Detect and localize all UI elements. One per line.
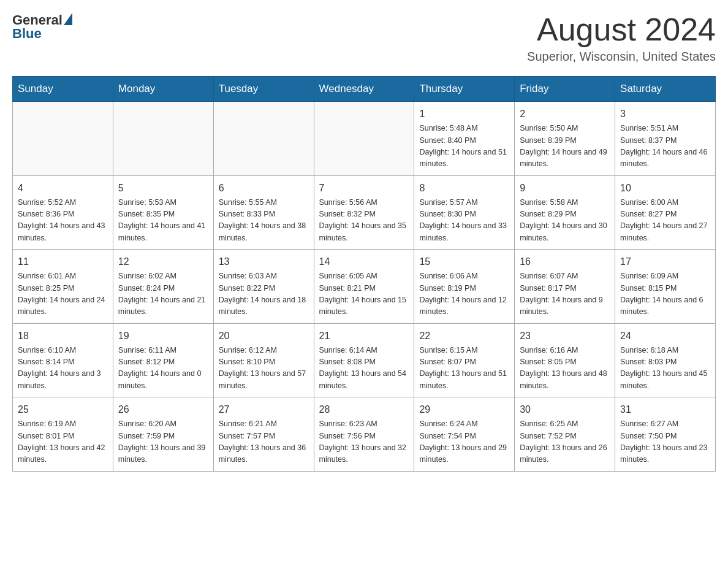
day-info: Sunrise: 6:15 AMSunset: 8:07 PMDaylight:… <box>419 345 509 393</box>
day-number: 3 <box>620 107 710 121</box>
day-info: Sunrise: 6:16 AMSunset: 8:05 PMDaylight:… <box>520 345 610 393</box>
day-info: Sunrise: 6:24 AMSunset: 7:54 PMDaylight:… <box>419 418 509 466</box>
day-header-wednesday: Wednesday <box>314 77 414 102</box>
day-info: Sunrise: 5:55 AMSunset: 8:33 PMDaylight:… <box>219 197 309 245</box>
logo-triangle-icon <box>64 13 72 25</box>
day-number: 9 <box>520 181 610 196</box>
day-info: Sunrise: 6:00 AMSunset: 8:27 PMDaylight:… <box>620 197 710 245</box>
calendar-cell: 17Sunrise: 6:09 AMSunset: 8:15 PMDayligh… <box>615 250 716 324</box>
calendar-cell: 28Sunrise: 6:23 AMSunset: 7:56 PMDayligh… <box>314 397 414 472</box>
calendar-header-row: SundayMondayTuesdayWednesdayThursdayFrid… <box>13 77 716 102</box>
calendar-cell: 8Sunrise: 5:57 AMSunset: 8:30 PMDaylight… <box>414 175 515 250</box>
day-number: 29 <box>419 402 509 417</box>
calendar-cell: 16Sunrise: 6:07 AMSunset: 8:17 PMDayligh… <box>515 250 615 324</box>
calendar-cell <box>213 102 314 176</box>
page-header: General Blue August 2024 Superior, Wisco… <box>12 12 716 64</box>
day-number: 4 <box>18 181 108 196</box>
day-number: 28 <box>319 402 409 417</box>
day-number: 17 <box>620 255 710 269</box>
day-number: 10 <box>620 181 710 196</box>
calendar-cell: 18Sunrise: 6:10 AMSunset: 8:14 PMDayligh… <box>13 323 113 397</box>
day-info: Sunrise: 6:01 AMSunset: 8:25 PMDaylight:… <box>18 270 108 318</box>
day-number: 26 <box>118 402 208 417</box>
day-info: Sunrise: 6:18 AMSunset: 8:03 PMDaylight:… <box>620 345 710 393</box>
day-info: Sunrise: 5:48 AMSunset: 8:40 PMDaylight:… <box>419 123 509 170</box>
day-header-saturday: Saturday <box>615 77 716 102</box>
day-number: 12 <box>118 255 208 269</box>
day-number: 27 <box>219 402 309 417</box>
calendar-cell: 31Sunrise: 6:27 AMSunset: 7:50 PMDayligh… <box>615 397 716 472</box>
day-info: Sunrise: 5:50 AMSunset: 8:39 PMDaylight:… <box>520 123 610 170</box>
day-number: 8 <box>419 181 509 196</box>
day-number: 31 <box>620 402 710 417</box>
month-title: August 2024 <box>527 12 716 47</box>
day-info: Sunrise: 6:25 AMSunset: 7:52 PMDaylight:… <box>520 418 610 466</box>
day-number: 7 <box>319 181 409 196</box>
calendar-cell <box>13 102 113 176</box>
day-number: 25 <box>18 402 108 417</box>
calendar-cell: 13Sunrise: 6:03 AMSunset: 8:22 PMDayligh… <box>213 250 314 324</box>
day-number: 30 <box>520 402 610 417</box>
day-info: Sunrise: 6:21 AMSunset: 7:57 PMDaylight:… <box>219 418 309 466</box>
calendar-cell: 6Sunrise: 5:55 AMSunset: 8:33 PMDaylight… <box>213 175 314 250</box>
day-info: Sunrise: 5:56 AMSunset: 8:32 PMDaylight:… <box>319 197 409 245</box>
day-info: Sunrise: 6:27 AMSunset: 7:50 PMDaylight:… <box>620 418 710 466</box>
calendar-cell: 20Sunrise: 6:12 AMSunset: 8:10 PMDayligh… <box>213 323 314 397</box>
calendar-cell: 14Sunrise: 6:05 AMSunset: 8:21 PMDayligh… <box>314 250 414 324</box>
location: Superior, Wisconsin, United States <box>527 50 716 64</box>
calendar-cell: 30Sunrise: 6:25 AMSunset: 7:52 PMDayligh… <box>515 397 615 472</box>
logo-blue-text: Blue <box>12 26 42 42</box>
week-row-1: 1Sunrise: 5:48 AMSunset: 8:40 PMDaylight… <box>13 102 716 176</box>
calendar-cell: 5Sunrise: 5:53 AMSunset: 8:35 PMDaylight… <box>113 175 213 250</box>
day-info: Sunrise: 6:10 AMSunset: 8:14 PMDaylight:… <box>18 345 108 393</box>
day-header-monday: Monday <box>113 77 213 102</box>
calendar-cell: 15Sunrise: 6:06 AMSunset: 8:19 PMDayligh… <box>414 250 515 324</box>
day-info: Sunrise: 5:57 AMSunset: 8:30 PMDaylight:… <box>419 197 509 245</box>
day-number: 13 <box>219 255 309 269</box>
day-number: 1 <box>419 107 509 121</box>
day-info: Sunrise: 6:09 AMSunset: 8:15 PMDaylight:… <box>620 270 710 318</box>
day-info: Sunrise: 6:06 AMSunset: 8:19 PMDaylight:… <box>419 270 509 318</box>
calendar-cell: 12Sunrise: 6:02 AMSunset: 8:24 PMDayligh… <box>113 250 213 324</box>
calendar-cell <box>314 102 414 176</box>
day-info: Sunrise: 5:51 AMSunset: 8:37 PMDaylight:… <box>620 123 710 170</box>
day-info: Sunrise: 6:07 AMSunset: 8:17 PMDaylight:… <box>520 270 610 318</box>
calendar-cell: 27Sunrise: 6:21 AMSunset: 7:57 PMDayligh… <box>213 397 314 472</box>
day-header-thursday: Thursday <box>414 77 515 102</box>
week-row-3: 11Sunrise: 6:01 AMSunset: 8:25 PMDayligh… <box>13 250 716 324</box>
day-number: 23 <box>520 329 610 343</box>
calendar-cell: 22Sunrise: 6:15 AMSunset: 8:07 PMDayligh… <box>414 323 515 397</box>
calendar-cell: 10Sunrise: 6:00 AMSunset: 8:27 PMDayligh… <box>615 175 716 250</box>
calendar-cell <box>113 102 213 176</box>
calendar-table: SundayMondayTuesdayWednesdayThursdayFrid… <box>12 76 716 472</box>
day-info: Sunrise: 6:02 AMSunset: 8:24 PMDaylight:… <box>118 270 208 318</box>
day-info: Sunrise: 5:53 AMSunset: 8:35 PMDaylight:… <box>118 197 208 245</box>
day-number: 2 <box>520 107 610 121</box>
day-number: 24 <box>620 329 710 343</box>
calendar-cell: 19Sunrise: 6:11 AMSunset: 8:12 PMDayligh… <box>113 323 213 397</box>
day-info: Sunrise: 6:19 AMSunset: 8:01 PMDaylight:… <box>18 418 108 466</box>
week-row-5: 25Sunrise: 6:19 AMSunset: 8:01 PMDayligh… <box>13 397 716 472</box>
calendar-cell: 4Sunrise: 5:52 AMSunset: 8:36 PMDaylight… <box>13 175 113 250</box>
calendar-cell: 3Sunrise: 5:51 AMSunset: 8:37 PMDaylight… <box>615 102 716 176</box>
day-info: Sunrise: 6:14 AMSunset: 8:08 PMDaylight:… <box>319 345 409 393</box>
calendar-cell: 1Sunrise: 5:48 AMSunset: 8:40 PMDaylight… <box>414 102 515 176</box>
day-info: Sunrise: 6:03 AMSunset: 8:22 PMDaylight:… <box>219 270 309 318</box>
day-number: 21 <box>319 329 409 343</box>
day-number: 15 <box>419 255 509 269</box>
calendar-cell: 2Sunrise: 5:50 AMSunset: 8:39 PMDaylight… <box>515 102 615 176</box>
calendar-cell: 29Sunrise: 6:24 AMSunset: 7:54 PMDayligh… <box>414 397 515 472</box>
calendar-cell: 23Sunrise: 6:16 AMSunset: 8:05 PMDayligh… <box>515 323 615 397</box>
day-info: Sunrise: 6:23 AMSunset: 7:56 PMDaylight:… <box>319 418 409 466</box>
day-number: 16 <box>520 255 610 269</box>
day-info: Sunrise: 5:58 AMSunset: 8:29 PMDaylight:… <box>520 197 610 245</box>
day-info: Sunrise: 6:12 AMSunset: 8:10 PMDaylight:… <box>219 345 309 393</box>
day-number: 20 <box>219 329 309 343</box>
day-number: 5 <box>118 181 208 196</box>
calendar-cell: 25Sunrise: 6:19 AMSunset: 8:01 PMDayligh… <box>13 397 113 472</box>
calendar-cell: 21Sunrise: 6:14 AMSunset: 8:08 PMDayligh… <box>314 323 414 397</box>
week-row-4: 18Sunrise: 6:10 AMSunset: 8:14 PMDayligh… <box>13 323 716 397</box>
day-number: 14 <box>319 255 409 269</box>
day-number: 6 <box>219 181 309 196</box>
day-info: Sunrise: 6:20 AMSunset: 7:59 PMDaylight:… <box>118 418 208 466</box>
